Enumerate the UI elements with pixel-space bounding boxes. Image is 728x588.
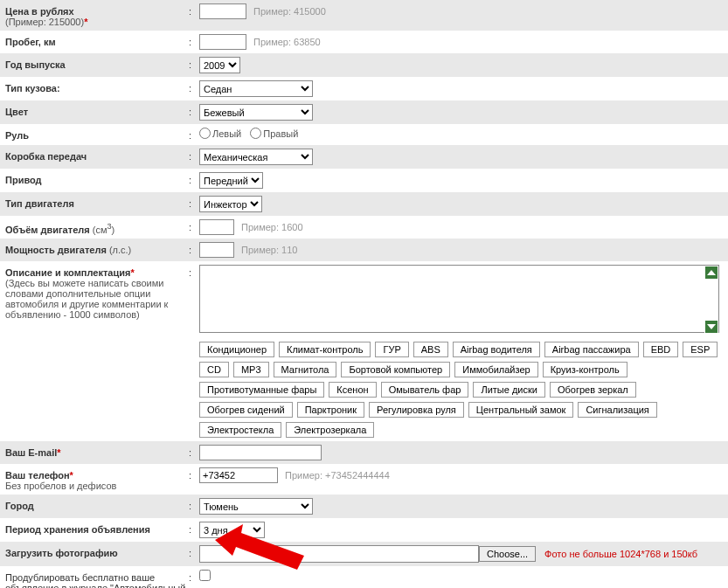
description-textarea[interactable]	[199, 265, 719, 333]
option-tag-2[interactable]: ГУР	[375, 342, 408, 357]
row-body: Тип кузова: : Седан	[0, 77, 728, 100]
gearbox-select[interactable]: Механическая	[199, 149, 313, 165]
label-engine: Тип двигателя	[5, 198, 74, 209]
option-tag-8[interactable]: CD	[199, 362, 229, 377]
required-mark: *	[130, 267, 134, 278]
body-select[interactable]: Седан	[199, 80, 313, 97]
option-tag-10[interactable]: Магнитола	[274, 362, 337, 377]
row-steering: Руль : Левый Правый	[0, 124, 728, 145]
photo-path-display	[199, 545, 479, 563]
label-volume-a: Объём двигателя	[5, 225, 90, 235]
option-tag-4[interactable]: Airbag водителя	[453, 342, 540, 357]
required-mark: *	[70, 470, 73, 481]
power-input[interactable]	[199, 242, 234, 258]
phone-hint: Пример: +73452444444	[285, 470, 390, 481]
option-tag-17[interactable]: Литые диски	[473, 382, 545, 398]
scroll-up-icon[interactable]	[704, 266, 718, 280]
label-body: Тип кузова:	[5, 83, 60, 93]
option-tag-9[interactable]: MP3	[233, 362, 269, 377]
row-email: Ваш E-mail* :	[0, 441, 728, 464]
row-period: Период хранения объявления : 3 дня	[0, 518, 728, 542]
steering-left-label: Левый	[212, 128, 241, 139]
duplicate-checkbox[interactable]	[199, 570, 211, 581]
email-input[interactable]	[199, 445, 322, 460]
row-volume: Объём двигателя (см3) : Пример: 1600	[0, 216, 728, 239]
row-year: Год выпуска : 2009	[0, 53, 728, 77]
photo-note: Фото не больше 1024*768 и 150кб	[544, 549, 697, 559]
label-power-a: Мощность двигателя	[5, 245, 107, 255]
option-tag-21[interactable]: Регулировка руля	[369, 402, 464, 418]
row-drive: Привод : Передний	[0, 169, 728, 192]
label-color: Цвет	[5, 107, 28, 117]
label-desc-sub: (Здесь вы можете написать своими словами…	[5, 278, 168, 320]
row-city: Город : Тюмень	[0, 495, 728, 518]
label-year: Год выпуска	[5, 59, 66, 70]
steering-right-radio[interactable]	[250, 128, 261, 139]
label-gearbox: Коробка передач	[5, 151, 87, 162]
steering-left-radio[interactable]	[199, 128, 211, 139]
price-input[interactable]	[199, 3, 246, 19]
phone-input[interactable]	[199, 467, 278, 483]
label-city: Город	[5, 501, 34, 511]
power-hint: Пример: 110	[241, 245, 297, 255]
option-tag-22[interactable]: Центральный замок	[468, 402, 574, 418]
label-duplicate: Продублировать бесплатно ваше объявление…	[5, 572, 185, 588]
row-price: Цена в рублях(Пример: 215000)* : Пример:…	[0, 0, 728, 31]
period-select[interactable]: 3 дня	[199, 522, 265, 538]
option-tag-12[interactable]: Иммобилайзер	[454, 362, 537, 377]
year-select[interactable]: 2009	[199, 57, 240, 73]
option-tag-18[interactable]: Обогрев зеркал	[550, 382, 636, 398]
steering-right-label: Правый	[263, 128, 298, 139]
label-price: Цена в рублях	[5, 6, 74, 17]
row-engine: Тип двигателя : Инжектор	[0, 192, 728, 216]
row-duplicate: Продублировать бесплатно ваше объявление…	[0, 566, 728, 588]
option-tag-13[interactable]: Круиз-контроль	[543, 362, 627, 377]
option-tag-3[interactable]: ABS	[413, 342, 448, 357]
option-tag-7[interactable]: ESP	[683, 342, 718, 357]
price-hint: Пример: 415000	[253, 6, 326, 17]
volume-input[interactable]	[199, 219, 234, 235]
row-description: Описание и комплектация*(Здесь вы можете…	[0, 261, 728, 441]
row-mileage: Пробег, км : Пример: 63850	[0, 31, 728, 53]
label-photo: Загрузить фотографию	[5, 548, 118, 558]
color-select[interactable]: Бежевый	[199, 104, 313, 121]
option-tag-0[interactable]: Кондиционер	[199, 342, 274, 357]
option-tag-11[interactable]: Бортовой компьютер	[341, 362, 450, 377]
label-volume-c: )	[112, 225, 115, 235]
option-tag-5[interactable]: Airbag пассажира	[544, 342, 639, 357]
engine-select[interactable]: Инжектор	[199, 196, 262, 212]
label-phone: Ваш телефон	[5, 470, 70, 481]
row-power: Мощность двигателя (л.с.) : Пример: 110	[0, 239, 728, 261]
row-gearbox: Коробка передач : Механическая	[0, 145, 728, 169]
row-phone: Ваш телефон*Без пробелов и дефисов : При…	[0, 464, 728, 495]
label-steering: Руль	[5, 130, 29, 141]
label-phone-sub: Без пробелов и дефисов	[5, 481, 116, 491]
row-color: Цвет : Бежевый	[0, 100, 728, 124]
option-tag-24[interactable]: Электростекла	[199, 422, 281, 438]
label-mileage: Пробег, км	[5, 37, 56, 47]
row-photo: Загрузить фотографию : Choose... Фото не…	[0, 542, 728, 566]
choose-button[interactable]: Choose...	[479, 546, 536, 562]
option-tag-25[interactable]: Электрозеркала	[286, 422, 374, 438]
required-mark: *	[84, 17, 87, 27]
option-tag-23[interactable]: Сигнализация	[578, 402, 656, 418]
required-mark: *	[57, 447, 60, 458]
volume-hint: Пример: 1600	[241, 222, 303, 232]
mileage-hint: Пример: 63850	[253, 37, 321, 47]
city-select[interactable]: Тюмень	[199, 498, 313, 515]
label-email: Ваш E-mail	[5, 447, 57, 458]
option-tag-6[interactable]: EBD	[643, 342, 679, 357]
option-tag-19[interactable]: Обогрев сидений	[199, 402, 293, 418]
option-tag-15[interactable]: Ксенон	[329, 382, 376, 398]
scroll-down-icon[interactable]	[704, 320, 718, 334]
drive-select[interactable]: Передний	[199, 172, 263, 189]
option-tag-20[interactable]: Парктроник	[297, 402, 364, 418]
mileage-input[interactable]	[199, 34, 246, 50]
label-drive: Привод	[5, 175, 42, 185]
option-tag-1[interactable]: Климат-контроль	[279, 342, 371, 357]
option-tag-16[interactable]: Омыватель фар	[381, 382, 469, 398]
option-tag-14[interactable]: Противотуманные фары	[199, 382, 324, 398]
label-power-b: (л.с.)	[107, 245, 131, 255]
label-volume-b: (см	[90, 225, 107, 235]
label-desc: Описание и комплектация	[5, 267, 130, 278]
